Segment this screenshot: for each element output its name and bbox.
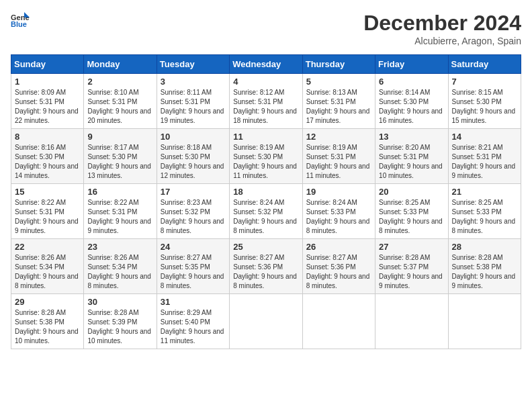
day-number: 5 (306, 77, 371, 87)
day-cell-24: 24Sunrise: 8:27 AMSunset: 5:35 PMDayligh… (157, 239, 229, 294)
day-number: 24 (161, 242, 226, 252)
daylight-label: Daylight: 9 hours and 22 minutes. (15, 107, 79, 124)
sunset-label: Sunset: 5:40 PM (161, 318, 210, 326)
sunrise-label: Sunrise: 8:28 AM (87, 309, 138, 316)
header-thursday: Thursday (302, 55, 375, 74)
day-number: 25 (233, 242, 298, 252)
sunset-label: Sunset: 5:37 PM (379, 263, 429, 271)
day-cell-27: 27Sunrise: 8:28 AMSunset: 5:37 PMDayligh… (375, 239, 448, 294)
sunset-label: Sunset: 5:36 PM (233, 263, 283, 271)
day-cell-11: 11Sunrise: 8:19 AMSunset: 5:30 PMDayligh… (230, 129, 302, 184)
daylight-label: Daylight: 9 hours and 8 minutes. (161, 273, 224, 289)
sunrise-label: Sunrise: 8:28 AM (15, 309, 66, 316)
day-number: 13 (379, 132, 444, 142)
sunset-label: Sunset: 5:38 PM (452, 263, 502, 271)
day-info: Sunrise: 8:24 AMSunset: 5:33 PMDaylight:… (306, 198, 371, 236)
sunrise-label: Sunrise: 8:28 AM (379, 254, 430, 261)
day-cell-29: 29Sunrise: 8:28 AMSunset: 5:38 PMDayligh… (11, 294, 84, 349)
sunset-label: Sunset: 5:30 PM (452, 98, 502, 105)
daylight-label: Daylight: 9 hours and 8 minutes. (379, 218, 443, 234)
day-cell-19: 19Sunrise: 8:24 AMSunset: 5:33 PMDayligh… (302, 184, 375, 239)
sunset-label: Sunset: 5:33 PM (379, 208, 429, 216)
day-number: 26 (306, 242, 371, 252)
weekday-header-row: Sunday Monday Tuesday Wednesday Thursday… (11, 55, 521, 74)
day-number: 31 (161, 297, 226, 307)
day-number: 27 (379, 242, 444, 252)
day-number: 8 (15, 132, 80, 142)
daylight-label: Daylight: 9 hours and 8 minutes. (233, 218, 297, 234)
daylight-label: Daylight: 9 hours and 8 minutes. (15, 273, 79, 289)
day-number: 6 (379, 77, 444, 87)
header-monday: Monday (84, 55, 157, 74)
daylight-label: Daylight: 9 hours and 10 minutes. (15, 328, 79, 345)
sunset-label: Sunset: 5:31 PM (306, 153, 356, 161)
day-number: 11 (233, 132, 298, 142)
daylight-label: Daylight: 9 hours and 13 minutes. (87, 163, 151, 179)
day-info: Sunrise: 8:24 AMSunset: 5:32 PMDaylight:… (233, 198, 298, 236)
sunrise-label: Sunrise: 8:17 AM (87, 144, 138, 151)
sunrise-label: Sunrise: 8:26 AM (87, 254, 138, 261)
day-number: 7 (452, 77, 517, 87)
header-saturday: Saturday (448, 55, 521, 74)
daylight-label: Daylight: 9 hours and 16 minutes. (379, 107, 443, 124)
day-info: Sunrise: 8:25 AMSunset: 5:33 PMDaylight:… (379, 198, 444, 236)
day-cell-23: 23Sunrise: 8:26 AMSunset: 5:34 PMDayligh… (84, 239, 157, 294)
sunset-label: Sunset: 5:30 PM (379, 98, 429, 105)
day-cell-30: 30Sunrise: 8:28 AMSunset: 5:39 PMDayligh… (84, 294, 157, 349)
sunset-label: Sunset: 5:31 PM (379, 153, 429, 161)
logo: General Blue (11, 11, 30, 30)
sunrise-label: Sunrise: 8:16 AM (15, 144, 66, 151)
calendar-table: Sunday Monday Tuesday Wednesday Thursday… (11, 54, 521, 349)
day-number: 30 (87, 297, 152, 307)
day-cell-8: 8Sunrise: 8:16 AMSunset: 5:30 PMDaylight… (11, 129, 84, 184)
sunset-label: Sunset: 5:32 PM (233, 208, 283, 216)
daylight-label: Daylight: 9 hours and 10 minutes. (87, 328, 151, 345)
sunrise-label: Sunrise: 8:25 AM (452, 199, 503, 206)
sunrise-label: Sunrise: 8:26 AM (15, 254, 66, 261)
daylight-label: Daylight: 9 hours and 11 minutes. (161, 328, 224, 345)
sunset-label: Sunset: 5:33 PM (452, 208, 502, 216)
daylight-label: Daylight: 9 hours and 8 minutes. (161, 218, 224, 234)
day-info: Sunrise: 8:29 AMSunset: 5:40 PMDaylight:… (161, 308, 226, 346)
sunset-label: Sunset: 5:30 PM (161, 153, 210, 161)
day-info: Sunrise: 8:14 AMSunset: 5:30 PMDaylight:… (379, 88, 444, 126)
daylight-label: Daylight: 9 hours and 8 minutes. (87, 273, 151, 289)
sunset-label: Sunset: 5:34 PM (87, 263, 137, 271)
sunset-label: Sunset: 5:31 PM (87, 208, 137, 216)
day-number: 12 (306, 132, 371, 142)
sunrise-label: Sunrise: 8:14 AM (379, 89, 430, 96)
month-title: December 2024 (363, 11, 521, 36)
sunset-label: Sunset: 5:31 PM (15, 98, 64, 105)
location-title: Alcubierre, Aragon, Spain (363, 36, 521, 46)
calendar-row: 29Sunrise: 8:28 AMSunset: 5:38 PMDayligh… (11, 294, 521, 349)
sunset-label: Sunset: 5:30 PM (15, 153, 64, 161)
empty-cell (375, 294, 448, 349)
day-info: Sunrise: 8:28 AMSunset: 5:39 PMDaylight:… (87, 308, 152, 346)
sunset-label: Sunset: 5:30 PM (233, 153, 283, 161)
calendar-row: 22Sunrise: 8:26 AMSunset: 5:34 PMDayligh… (11, 239, 521, 294)
daylight-label: Daylight: 9 hours and 17 minutes. (306, 107, 370, 124)
sunrise-label: Sunrise: 8:24 AM (306, 199, 357, 206)
sunrise-label: Sunrise: 8:19 AM (233, 144, 284, 151)
day-cell-28: 28Sunrise: 8:28 AMSunset: 5:38 PMDayligh… (448, 239, 521, 294)
sunset-label: Sunset: 5:33 PM (306, 208, 356, 216)
sunrise-label: Sunrise: 8:27 AM (306, 254, 357, 261)
day-cell-14: 14Sunrise: 8:21 AMSunset: 5:31 PMDayligh… (448, 129, 521, 184)
day-info: Sunrise: 8:22 AMSunset: 5:31 PMDaylight:… (87, 198, 152, 236)
header-friday: Friday (375, 55, 448, 74)
day-number: 29 (15, 297, 80, 307)
day-cell-12: 12Sunrise: 8:19 AMSunset: 5:31 PMDayligh… (302, 129, 375, 184)
daylight-label: Daylight: 9 hours and 10 minutes. (379, 163, 443, 179)
sunrise-label: Sunrise: 8:28 AM (452, 254, 503, 261)
day-cell-5: 5Sunrise: 8:13 AMSunset: 5:31 PMDaylight… (302, 74, 375, 129)
sunset-label: Sunset: 5:31 PM (87, 98, 137, 105)
day-number: 20 (379, 187, 444, 197)
sunset-label: Sunset: 5:34 PM (15, 263, 64, 271)
sunrise-label: Sunrise: 8:18 AM (161, 144, 212, 151)
day-info: Sunrise: 8:28 AMSunset: 5:38 PMDaylight:… (15, 308, 80, 346)
calendar-row: 15Sunrise: 8:22 AMSunset: 5:31 PMDayligh… (11, 184, 521, 239)
daylight-label: Daylight: 9 hours and 8 minutes. (452, 218, 516, 234)
day-info: Sunrise: 8:09 AMSunset: 5:31 PMDaylight:… (15, 88, 80, 126)
day-info: Sunrise: 8:27 AMSunset: 5:36 PMDaylight:… (233, 253, 298, 291)
sunset-label: Sunset: 5:31 PM (15, 208, 64, 216)
